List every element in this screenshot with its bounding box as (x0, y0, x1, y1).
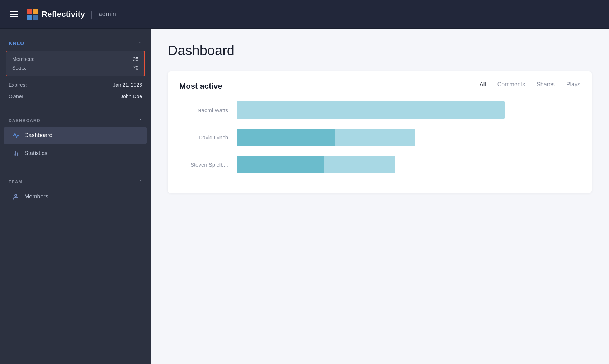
chart-area (237, 156, 580, 173)
tabs-row: All Comments Shares Plays (480, 81, 580, 91)
bar-chart: Naomi Watts David Lynch (179, 101, 580, 183)
dashboard-section-header[interactable]: DASHBOARD ⌃ (0, 114, 151, 126)
members-label: Members: (12, 56, 34, 62)
expires-row: Expires: Jan 21, 2026 (0, 79, 151, 91)
svg-point-3 (15, 194, 17, 196)
org-section-header[interactable]: KNLU ⌃ (0, 37, 151, 49)
bar-label: Steven Spielb... (179, 162, 237, 168)
person-icon (12, 193, 19, 200)
seats-row: Seats: 70 (12, 63, 138, 72)
activity-icon (12, 132, 19, 139)
team-section-header[interactable]: TEAM ⌃ (0, 174, 151, 187)
logo-icon (27, 9, 38, 20)
barchart-icon (12, 150, 19, 157)
tab-all[interactable]: All (480, 81, 486, 91)
most-active-section: Most active All Comments Shares Plays Na… (168, 71, 592, 193)
org-chevron-icon: ⌃ (138, 41, 142, 46)
owner-label: Owner: (9, 94, 25, 99)
most-active-title: Most active (179, 82, 222, 91)
members-row: Members: 25 (12, 55, 138, 63)
bar-label: David Lynch (179, 134, 237, 140)
bar-label: Naomi Watts (179, 107, 237, 113)
dashboard-section-title: DASHBOARD (9, 118, 41, 123)
table-row: Steven Spielb... (179, 156, 580, 173)
content-area: Dashboard Most active All Comments Share… (151, 29, 609, 364)
tab-comments[interactable]: Comments (497, 81, 525, 91)
org-info-box: Members: 25 Seats: 70 (6, 51, 145, 76)
top-header: Reflectivity | admin (0, 0, 609, 29)
sidebar-divider-2 (0, 168, 151, 168)
seats-value: 70 (133, 65, 138, 71)
sidebar-item-statistics[interactable]: Statistics (4, 145, 147, 162)
table-row: David Lynch (179, 129, 580, 146)
tab-plays[interactable]: Plays (566, 81, 580, 91)
chart-area (237, 129, 580, 146)
main-area: KNLU ⌃ Members: 25 Seats: 70 Expires: Ja… (0, 29, 609, 364)
seats-label: Seats: (12, 65, 27, 71)
sidebar-divider-1 (0, 108, 151, 108)
dashboard-chevron-icon: ⌃ (138, 118, 142, 123)
tab-shares[interactable]: Shares (537, 81, 555, 91)
expires-value: Jan 21, 2026 (113, 82, 142, 88)
sidebar-item-members[interactable]: Members (4, 188, 147, 205)
team-chevron-icon: ⌃ (138, 179, 142, 185)
org-title: KNLU (9, 40, 24, 46)
table-row: Naomi Watts (179, 101, 580, 119)
page-title: Dashboard (168, 43, 592, 58)
chart-area (237, 101, 580, 119)
most-active-header: Most active All Comments Shares Plays (179, 81, 580, 91)
statistics-nav-label: Statistics (24, 150, 47, 157)
sidebar: KNLU ⌃ Members: 25 Seats: 70 Expires: Ja… (0, 29, 151, 364)
admin-label: admin (99, 10, 116, 18)
expires-label: Expires: (9, 82, 27, 88)
hamburger-menu[interactable] (9, 10, 19, 19)
owner-value[interactable]: John Doe (121, 94, 142, 99)
owner-row: Owner: John Doe (0, 91, 151, 102)
members-value: 25 (133, 56, 138, 62)
header-divider: | (91, 10, 93, 19)
dashboard-nav-label: Dashboard (24, 132, 52, 139)
sidebar-item-dashboard[interactable]: Dashboard (4, 127, 147, 144)
members-nav-label: Members (24, 193, 48, 200)
logo-text: Reflectivity (42, 10, 85, 19)
logo-area: Reflectivity | admin (27, 9, 116, 20)
team-section-title: TEAM (9, 179, 23, 185)
